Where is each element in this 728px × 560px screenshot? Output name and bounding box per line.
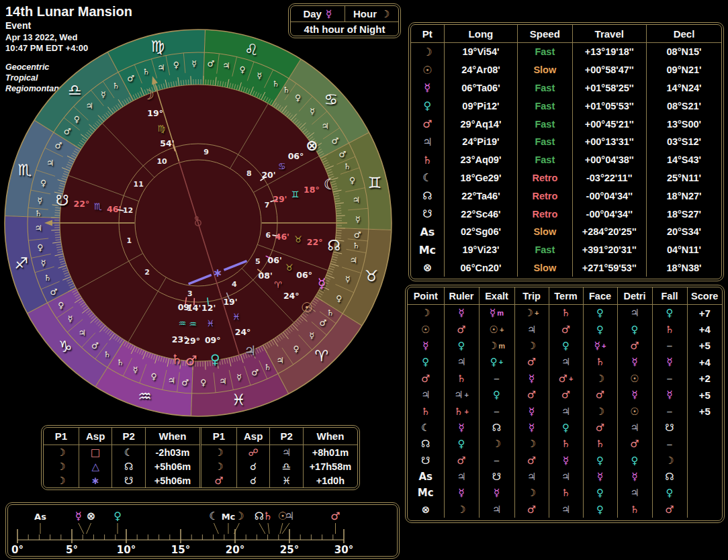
venus-icon: ♀ (596, 455, 604, 467)
mars-icon: ♂ (596, 389, 604, 401)
svg-text:0°: 0° (11, 544, 24, 556)
column-header: Face (583, 287, 617, 305)
planet-degree-label: 24° (235, 327, 251, 337)
planet-sign-icon: ♓ (232, 312, 240, 322)
point-cell: As (408, 469, 444, 485)
term-saturn-icon: ♄ (344, 161, 351, 171)
aspects-table-panel: P1AspP2When☽□☾-2h03m☽△☊+5h06m☽∗☋+5h06mP1… (41, 425, 360, 490)
dignity-cell: ☊ (479, 420, 514, 436)
dignity-cell: ♀ (583, 485, 617, 501)
column-header: Score (687, 287, 722, 305)
positions-row: As02°Sg06'Slow+284°20'25''20°S34' (411, 223, 721, 241)
term-mars-icon: ♂ (64, 126, 71, 136)
sign-scorpio-icon: ♏ (18, 161, 32, 179)
planet-minute-label: 54' (160, 138, 174, 148)
dignity-suffix: + (465, 408, 469, 416)
moon-icon: ☽ (527, 487, 536, 499)
dignity-cell: ☿m (479, 305, 514, 322)
dignity-cell: – (652, 371, 687, 387)
venus-icon: ♀ (666, 307, 674, 319)
jupiter-icon: ♃ (527, 324, 536, 336)
dignities-row: ☽☿☿m☽+♄♀♃♀+7 (408, 305, 722, 322)
dignity-cell: ☽ (444, 502, 479, 518)
travel-cell: +284°20'25'' (572, 223, 646, 241)
sign-gemini-icon: ♊ (368, 174, 382, 191)
app-window: 14th Lunar Mansion Event Apr 13 2022, We… (0, 0, 728, 560)
dignity-cell: ♃ (617, 420, 652, 436)
speed-cell: Fast (518, 115, 572, 133)
dignity-cell: ♄ (652, 321, 687, 337)
speed-badge: Fast (535, 154, 555, 165)
when-cell: +17h58m (303, 459, 357, 473)
dignity-cell: ☽ (583, 403, 617, 419)
speed-badge: Fast (535, 83, 555, 93)
travel-cell: -00°04'34'' (572, 205, 646, 223)
column-header: When (145, 428, 199, 445)
dignity-cell: ☿ (444, 485, 479, 501)
planet-sign-icon: ♓ (207, 318, 215, 328)
term-mars-icon: ♂ (251, 367, 259, 377)
dignity-suffix: m (497, 309, 504, 317)
positions-row: ☋22°Sc46'Retro-00°04'34''18°S27' (411, 205, 721, 223)
dignity-cell: ♂ (549, 321, 583, 337)
term-jupiter-icon: ♃ (85, 101, 93, 111)
sun-icon: ☉ (422, 64, 432, 77)
speed-cell: Retro (518, 187, 572, 205)
dignities-row: As♃☋♃♃☿☿☊ (408, 469, 722, 485)
moon-icon: ☽ (214, 447, 223, 459)
sign-libra-icon: ♎ (68, 81, 82, 99)
term-mercury-icon: ☿ (101, 89, 106, 99)
degree-scale-panel: 0°5°10°15°20°25°30°As☿⊗♀☾Mc☽☊♄☉♃♂ (5, 502, 400, 559)
speed-cell: Retro (518, 169, 572, 187)
planet-sign-icon: ♊ (291, 189, 300, 199)
saturn-icon: ♄ (422, 154, 432, 167)
snode-icon: ☋ (492, 471, 501, 483)
venus-icon: ♀ (596, 307, 604, 319)
travel-cell: +13°19'18'' (572, 43, 646, 61)
dignities-row: Mc☿☿☽♄♀♃♀ (408, 485, 722, 501)
jupiter-icon: ♃ (630, 422, 639, 434)
saturn-icon: ♄ (263, 510, 273, 522)
declination-cell: 03°S12' (646, 133, 721, 151)
pisces-icon: ♓ (282, 475, 291, 487)
positions-row: ☾18°Ge29'Retro-03°22'11''25°N11' (411, 169, 721, 187)
dignity-cell: ☽ (514, 436, 549, 452)
planet-sign-icon: ♍ (157, 124, 165, 134)
travel-cell: +01°58'25'' (572, 79, 646, 97)
dignity-cell: ☉ (617, 403, 652, 419)
column-header: Trip (514, 287, 549, 305)
speed-badge: Slow (533, 226, 556, 237)
nnode-icon: ☊ (328, 237, 341, 254)
term-saturn-icon: ♄ (353, 240, 360, 250)
longitude-cell: 02°Sg06' (444, 223, 517, 241)
dignity-suffix: + (569, 375, 573, 383)
house-number: 4 (232, 280, 237, 289)
degree-scale: 0°5°10°15°20°25°30°As☿⊗♀☾Mc☽☊♄☉♃♂ (8, 505, 397, 556)
dignity-cell: – (479, 453, 514, 469)
positions-row: ☽19°Vi54'Fast+13°19'18''08°N15' (411, 43, 721, 61)
dignity-suffix: + (602, 342, 606, 350)
mercury-icon: ☿ (529, 373, 535, 385)
point-cell: Mc (408, 485, 444, 501)
dignity-cell: ☿ (617, 469, 652, 485)
dignities-row: ⊗☽♃♂♃♀♄♂ (408, 502, 722, 518)
speed-badge: Fast (535, 136, 555, 147)
dignities-row: ☊♀☽☽♄♄♂– (408, 436, 722, 452)
dignity-suffix: + (465, 391, 469, 399)
dignity-cell: ♄ (549, 436, 583, 452)
dignity-cell: ♃+ (444, 387, 479, 403)
mercury-icon: ☿ (318, 275, 326, 291)
declination-cell: 18°S27' (646, 205, 721, 223)
dash: – (494, 373, 499, 384)
score-cell (687, 453, 722, 469)
planet-sign-icon: ♒ (189, 319, 197, 329)
moon-icon: ☽ (596, 406, 604, 418)
jupiter-icon: ♃ (561, 471, 570, 483)
dignity-cell: ♄+ (444, 403, 479, 419)
column-header: Travel (572, 25, 646, 43)
house-number: 9 (203, 148, 209, 156)
longitude-cell: 19°Vi23' (444, 241, 517, 259)
jupiter-icon: ♃ (282, 447, 291, 459)
column-header: Asp (79, 428, 111, 445)
dash: – (494, 406, 499, 417)
